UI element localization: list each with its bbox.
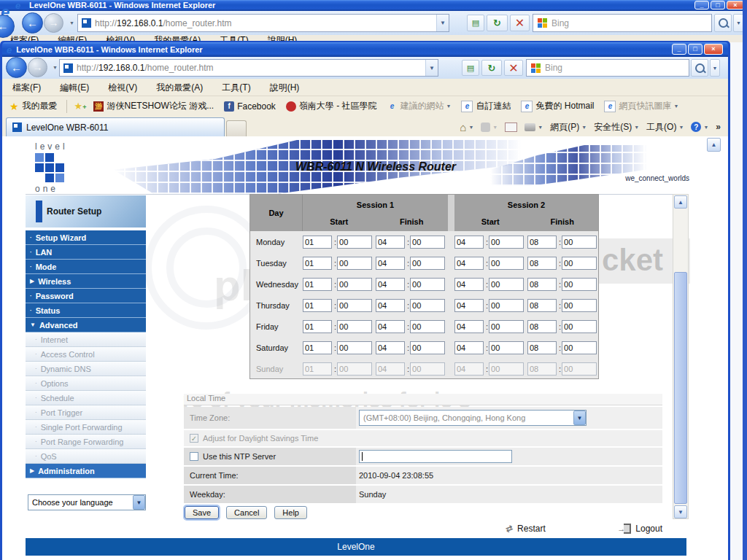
command-button[interactable]: 網頁(P)▼	[550, 121, 587, 133]
time-minute-input[interactable]	[337, 278, 372, 291]
refresh-button[interactable]: ↻	[487, 15, 508, 31]
time-hour-input[interactable]	[454, 320, 484, 333]
search-button[interactable]	[691, 59, 708, 77]
time-minute-input[interactable]	[489, 257, 524, 270]
close-button[interactable]: ×	[727, 1, 744, 9]
scroll-down-icon[interactable]: ▼	[674, 505, 687, 518]
cancel-button[interactable]: Cancel	[226, 506, 267, 519]
favorites-item[interactable]: e建議的網站▼	[387, 100, 452, 112]
time-minute-input[interactable]	[562, 299, 597, 312]
time-hour-input[interactable]	[303, 257, 332, 270]
sidebar-item-mode[interactable]: ·Mode	[26, 260, 146, 274]
stop-button[interactable]: ✕	[504, 60, 523, 76]
time-hour-input[interactable]	[303, 278, 332, 291]
favorites-item[interactable]: 嶺南大學 - 社區學院	[286, 100, 377, 112]
time-hour-input[interactable]	[376, 278, 405, 291]
sidebar-item-status[interactable]: ·Status	[26, 303, 146, 318]
forward-button[interactable]: →	[28, 58, 47, 77]
time-minute-input[interactable]	[410, 320, 445, 333]
time-minute-input[interactable]	[410, 257, 445, 270]
time-hour-input[interactable]	[527, 257, 557, 270]
menu-item[interactable]: 說明(H)	[270, 82, 300, 93]
back-button[interactable]: ←	[6, 57, 27, 78]
compatibility-button[interactable]: ▤	[462, 60, 479, 76]
refresh-button[interactable]: ↻	[481, 60, 502, 76]
favorites-item[interactable]: e網頁快訊圖庫▼	[604, 100, 678, 112]
time-minute-input[interactable]	[410, 341, 445, 354]
command-button[interactable]: 安全性(S)▼	[594, 121, 639, 133]
address-dropdown-icon[interactable]: ▼	[425, 60, 438, 76]
language-select[interactable]: Choose your language ▼	[28, 494, 146, 510]
scrollbar-thumb[interactable]	[674, 272, 687, 504]
sidebar-item-internet[interactable]: ·Internet	[26, 332, 146, 347]
search-options-icon[interactable]: ▼	[710, 59, 720, 77]
time-hour-input[interactable]	[454, 257, 484, 270]
menu-item[interactable]: 編輯(E)	[60, 82, 89, 93]
time-hour-input[interactable]	[454, 278, 484, 291]
time-hour-input[interactable]	[376, 299, 405, 312]
sidebar-item-options[interactable]: ·Options	[26, 376, 146, 391]
time-minute-input[interactable]	[562, 320, 597, 333]
content-scrollbar[interactable]: ▲ ▼	[673, 194, 689, 519]
time-minute-input[interactable]	[337, 236, 372, 249]
stop-button[interactable]: ✕	[510, 15, 530, 31]
title-bar[interactable]: e LevelOne WBR-6011 - Windows Internet E…	[2, 42, 728, 57]
scroll-up-icon[interactable]: ▲	[707, 138, 721, 152]
favorites-item[interactable]: e自訂連結	[461, 100, 511, 112]
tab-levelone[interactable]: LevelOne WBR-6011	[6, 117, 225, 136]
search-button[interactable]	[714, 14, 732, 32]
command-button[interactable]: 工具(O)▼	[646, 121, 684, 133]
time-minute-input[interactable]	[562, 257, 597, 270]
history-dropdown-icon[interactable]: ▼	[53, 65, 58, 70]
time-hour-input[interactable]	[454, 299, 484, 312]
logout-action[interactable]: → Logout	[617, 524, 662, 534]
sidebar-item-administration[interactable]: ▶Administration	[26, 464, 146, 478]
time-hour-input[interactable]	[303, 320, 332, 333]
favorites-item[interactable]: fFacebook	[224, 101, 276, 112]
time-hour-input[interactable]	[454, 236, 484, 249]
time-minute-input[interactable]	[489, 341, 524, 354]
time-minute-input[interactable]	[489, 320, 524, 333]
favorites-item[interactable]: 游游侠NETSHOW论坛 游戏...	[93, 100, 214, 112]
sidebar-item-wireless[interactable]: ▶Wireless	[26, 274, 146, 289]
timezone-select[interactable]: (GMT+08:00) Beijing, Chongqing, Hong Kon…	[359, 410, 587, 426]
address-bar[interactable]: http://192.168.0.1/home_router.htm ▼	[77, 14, 449, 32]
time-hour-input[interactable]	[303, 236, 332, 249]
time-minute-input[interactable]	[337, 341, 372, 354]
menu-bar[interactable]: 檔案(F)編輯(E)檢視(V)我的最愛(A)工具(T)說明(H)	[2, 79, 728, 96]
menu-item[interactable]: 檢視(V)	[108, 82, 137, 93]
time-hour-input[interactable]	[303, 341, 332, 354]
read-mail-button[interactable]	[505, 122, 517, 132]
time-minute-input[interactable]	[489, 236, 524, 249]
time-minute-input[interactable]	[410, 236, 445, 249]
sidebar-item-advanced[interactable]: ▼Advanced	[26, 318, 146, 332]
time-minute-input[interactable]	[562, 236, 597, 249]
sidebar-item-access-control[interactable]: ·Access Control	[26, 347, 146, 362]
compatibility-button[interactable]: ▤	[467, 15, 484, 31]
sidebar-item-lan[interactable]: ·LAN	[26, 245, 146, 260]
time-hour-input[interactable]	[527, 299, 557, 312]
sidebar-item-single-port-forwarding[interactable]: ·Single Port Forwarding	[26, 420, 146, 435]
scroll-up-icon[interactable]: ▲	[674, 195, 687, 209]
back-button[interactable]: ←	[22, 12, 43, 34]
time-hour-input[interactable]	[527, 236, 557, 249]
time-hour-input[interactable]	[527, 341, 557, 354]
maximize-button[interactable]: □	[688, 44, 703, 55]
time-hour-input[interactable]	[303, 299, 332, 312]
restart-action[interactable]: ⇄ Restart	[506, 524, 546, 534]
time-hour-input[interactable]	[376, 236, 405, 249]
time-minute-input[interactable]	[337, 320, 372, 333]
time-minute-input[interactable]	[489, 299, 524, 312]
time-minute-input[interactable]	[337, 257, 372, 270]
maximize-button[interactable]: □	[711, 1, 725, 9]
close-button[interactable]: ×	[704, 44, 723, 55]
forward-button[interactable]: →	[44, 13, 63, 33]
help-button[interactable]: ?▼	[691, 122, 708, 132]
ntp-checkbox[interactable]	[190, 452, 198, 461]
ntp-server-input[interactable]	[359, 450, 512, 463]
time-minute-input[interactable]	[337, 299, 372, 312]
time-hour-input[interactable]	[376, 341, 405, 354]
menu-item[interactable]: 工具(T)	[222, 82, 250, 93]
favorites-label[interactable]: 我的最愛	[23, 100, 58, 112]
sidebar-item-password[interactable]: ·Password	[26, 289, 146, 303]
